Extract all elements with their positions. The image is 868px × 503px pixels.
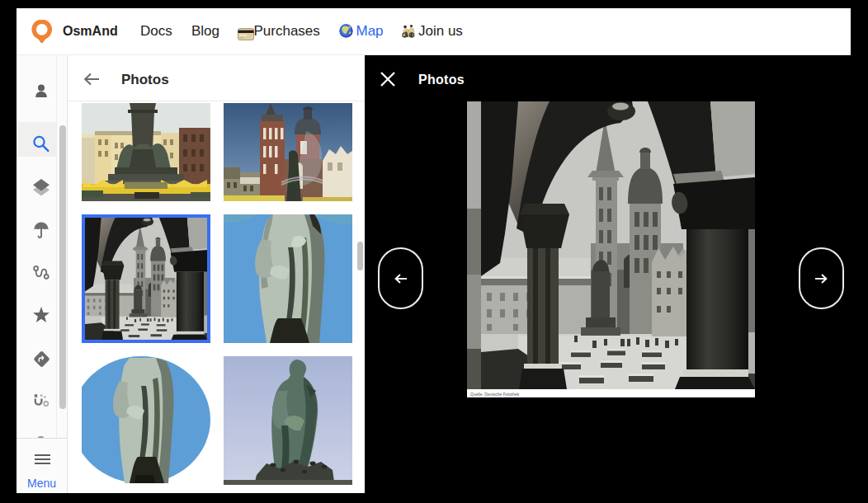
svg-text:Quelle: Deutsche Fotothek: Quelle: Deutsche Fotothek bbox=[470, 392, 520, 397]
